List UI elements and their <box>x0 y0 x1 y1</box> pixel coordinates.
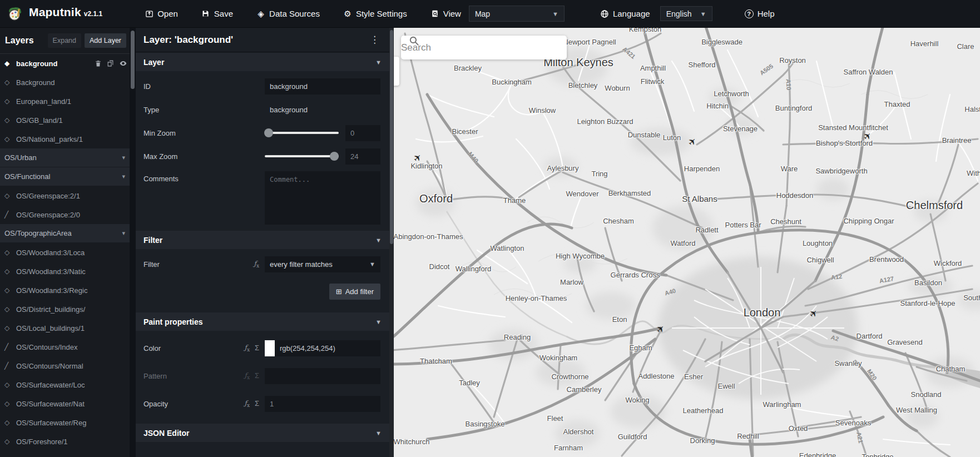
layer-group-os-urban[interactable]: OS/Urban▾ <box>0 148 130 167</box>
layer-item-label: OS/Local_buildings/1 <box>16 324 130 332</box>
map-town-label: Braintree <box>942 136 972 145</box>
color-swatch[interactable] <box>265 340 275 356</box>
editor-scrollbar-thumb[interactable] <box>390 30 393 244</box>
pattern-input[interactable] <box>265 368 380 384</box>
layer-item-os-woodland-3-natic[interactable]: ◇OS/Woodland:3/Natic <box>0 262 130 281</box>
layer-group-os-functional[interactable]: OS/Functional▾ <box>0 167 130 186</box>
layer-group-label: OS/TopographicArea <box>4 229 122 237</box>
kebab-menu-icon[interactable]: ⋮ <box>368 34 382 46</box>
map-town-label: Henley-on-Thames <box>506 294 567 302</box>
help-button[interactable]: ? Help <box>739 4 780 23</box>
map-town-label: Stanford-le-Hope <box>900 299 956 307</box>
add-filter-button[interactable]: ⊞ Add filter <box>329 284 380 300</box>
layer-item-os-greenspace-2-1[interactable]: ◇OS/Greenspace:2/1 <box>0 186 130 205</box>
function-icon[interactable]: ƒx <box>244 344 250 352</box>
open-button[interactable]: Open <box>139 4 184 23</box>
layer-item-os-district-buildings[interactable]: ◇OS/District_buildings/ <box>0 300 130 319</box>
color-input[interactable] <box>275 340 380 356</box>
layer-item-os-contours-normal[interactable]: ╱OS/Contours/Normal <box>0 356 130 375</box>
delete-icon[interactable] <box>95 59 102 67</box>
layer-item-os-contours-index[interactable]: ╱OS/Contours/Index <box>0 337 130 356</box>
layer-item-os-foreshore-1[interactable]: ◇OS/Foreshore/1 <box>0 432 130 451</box>
section-header-paint[interactable]: Paint properties ▼ <box>136 312 389 331</box>
sigma-icon[interactable]: Σ <box>255 371 259 380</box>
layer-item-os-woodland-3-regic[interactable]: ◇OS/Woodland:3/Regic <box>0 281 130 300</box>
map-canvas[interactable]: Milton KeynesOxfordChelmsfordLondonSt Al… <box>394 28 980 457</box>
comments-textarea[interactable] <box>265 171 380 225</box>
layer-item-os-gb-land-1[interactable]: ◇OS/GB_land/1 <box>0 111 130 130</box>
map-town-label: Ewell <box>717 382 735 390</box>
type-value: background <box>265 106 308 114</box>
filter-select[interactable]: every filter matches ▼ <box>265 256 380 272</box>
fill-layer-icon: ◇ <box>4 419 12 426</box>
style-settings-button[interactable]: ⚙ Style Settings <box>338 4 413 23</box>
map-town-label: Woburn <box>605 84 630 92</box>
add-layer-button[interactable]: Add Layer <box>85 33 126 48</box>
map-town-label: Loughton <box>803 239 833 247</box>
language-select[interactable]: English ▼ <box>660 6 712 21</box>
sigma-icon[interactable]: Σ <box>255 399 259 408</box>
expand-button[interactable]: Expand <box>48 33 81 48</box>
map-town-label: Biggleswade <box>701 38 743 46</box>
layer-item-european-land-1[interactable]: ◇European_land/1 <box>0 92 130 111</box>
layer-item-label: OS/District_buildings/ <box>16 305 130 314</box>
function-icon[interactable]: ƒx <box>244 371 250 380</box>
max-zoom-slider[interactable] <box>265 155 339 157</box>
section-header-filter[interactable]: Filter ▼ <box>136 231 389 249</box>
function-icon[interactable]: ƒx <box>254 260 259 269</box>
map-town-label: Winslow <box>529 106 556 115</box>
layer-item-background[interactable]: ◇Background <box>0 73 130 92</box>
chevron-down-icon: ▼ <box>700 11 706 17</box>
map-town-label: Fleet <box>547 414 563 423</box>
data-sources-button[interactable]: ◈ Data Sources <box>251 4 325 23</box>
min-zoom-value[interactable]: 0 <box>345 125 380 141</box>
sigma-icon[interactable]: Σ <box>255 344 259 352</box>
app-version: v2.1.1 <box>84 10 102 18</box>
id-input[interactable] <box>265 78 380 95</box>
map-town-label: Chelmsford <box>906 199 963 212</box>
max-zoom-slider-thumb[interactable] <box>330 152 339 161</box>
chevron-down-icon: ▼ <box>375 59 382 66</box>
map-town-label: Stevenage <box>723 125 758 133</box>
layer-item-os-surfacewater-nat[interactable]: ◇OS/Surfacewater/Nat <box>0 394 130 413</box>
map-search-box[interactable] <box>401 36 567 59</box>
map-town-label: Chigwell <box>806 256 834 264</box>
view-button[interactable]: View <box>425 4 467 23</box>
view-mode-select[interactable]: Map ▼ <box>469 6 565 22</box>
search-input[interactable] <box>401 42 529 53</box>
layer-item-os-surfacewater-reg[interactable]: ◇OS/Surfacewater/Reg <box>0 413 130 432</box>
min-zoom-slider[interactable] <box>265 132 339 134</box>
layer-list: ◆background◇Background◇European_land/1◇O… <box>0 54 130 457</box>
layer-item-os-greenspace-2-0[interactable]: ╱OS/Greenspace:2/0 <box>0 205 130 224</box>
language-button[interactable]: Language <box>595 4 656 23</box>
layer-item-os-national-parks-1[interactable]: ◇OS/National_parks/1 <box>0 130 130 148</box>
save-button[interactable]: Save <box>196 4 239 23</box>
layer-item-label: European_land/1 <box>16 97 130 106</box>
visibility-icon[interactable] <box>119 59 127 67</box>
sidebar-scrollbar-thumb[interactable] <box>131 31 135 89</box>
layer-group-os-topographicarea[interactable]: OS/TopographicArea▾ <box>0 224 130 242</box>
editor-scrollbar[interactable] <box>389 28 394 457</box>
sidebar-scrollbar[interactable] <box>130 28 136 457</box>
layer-item-os-local-buildings-1[interactable]: ◇OS/Local_buildings/1 <box>0 319 130 337</box>
map-town-label: Camberley <box>567 385 602 394</box>
opacity-input[interactable] <box>265 396 380 412</box>
max-zoom-value[interactable]: 24 <box>345 148 380 165</box>
function-icon[interactable]: ƒx <box>244 399 250 408</box>
section-header-json[interactable]: JSON Editor ▼ <box>136 424 389 442</box>
layer-item-background[interactable]: ◆background <box>0 54 130 73</box>
map-town-label: St Albans <box>682 194 717 203</box>
map-control-partial[interactable] <box>394 57 399 86</box>
map-town-label: Ware <box>781 165 798 173</box>
min-zoom-slider-thumb[interactable] <box>264 128 273 137</box>
section-header-layer[interactable]: Layer ▼ <box>136 53 389 71</box>
pattern-row: Pattern ƒx Σ <box>143 362 380 390</box>
layer-item-os-surfacewater-loc[interactable]: ◇OS/Surfacewater/Loc <box>0 375 130 394</box>
map-town-label: Wallingford <box>456 265 492 273</box>
layer-item-os-ornament-1[interactable]: ◇OS/Ornament/1 <box>0 451 130 457</box>
layer-item-label: background <box>16 59 95 68</box>
duplicate-icon[interactable] <box>107 59 114 67</box>
layer-item-os-woodland-3-loca[interactable]: ◇OS/Woodland:3/Loca <box>0 243 130 262</box>
fill-layer-icon: ◆ <box>4 59 12 67</box>
map-town-label: Leatherhead <box>682 406 723 415</box>
